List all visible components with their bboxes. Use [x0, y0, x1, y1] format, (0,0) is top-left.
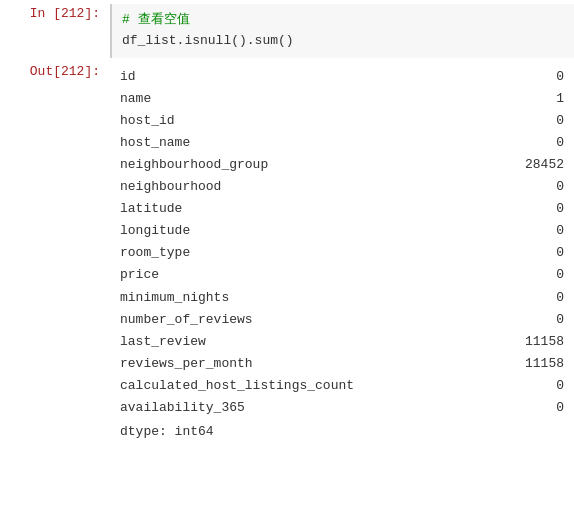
dtype-line: dtype: int64: [120, 421, 564, 443]
output-cell-row: Out[212]: id0name1host_id0host_name0neig…: [0, 62, 574, 448]
output-value: 0: [504, 264, 564, 286]
table-row: neighbourhood0: [120, 176, 564, 198]
input-cell-row: In [212]: # 查看空值 df_list.isnull().sum(): [0, 0, 574, 62]
output-label: Out[212]:: [0, 62, 110, 82]
table-row: host_name0: [120, 132, 564, 154]
table-row: price0: [120, 264, 564, 286]
output-key: host_id: [120, 110, 175, 132]
output-key: latitude: [120, 198, 182, 220]
code-line: df_list.isnull().sum(): [122, 31, 564, 52]
output-value: 11158: [504, 331, 564, 353]
table-row: neighbourhood_group28452: [120, 154, 564, 176]
output-value: 0: [504, 242, 564, 264]
output-key: id: [120, 66, 136, 88]
output-value: 11158: [504, 353, 564, 375]
output-area: id0name1host_id0host_name0neighbourhood_…: [110, 62, 574, 448]
table-row: reviews_per_month11158: [120, 353, 564, 375]
input-code-block[interactable]: # 查看空值 df_list.isnull().sum(): [110, 4, 574, 58]
output-value: 0: [504, 66, 564, 88]
output-key: name: [120, 88, 151, 110]
output-key: last_review: [120, 331, 206, 353]
output-key: number_of_reviews: [120, 309, 253, 331]
output-value: 28452: [504, 154, 564, 176]
output-key: reviews_per_month: [120, 353, 253, 375]
table-row: latitude0: [120, 198, 564, 220]
output-key: minimum_nights: [120, 287, 229, 309]
output-value: 0: [504, 287, 564, 309]
output-value: 1: [504, 88, 564, 110]
table-row: last_review11158: [120, 331, 564, 353]
output-value: 0: [504, 198, 564, 220]
notebook-cell: In [212]: # 查看空值 df_list.isnull().sum() …: [0, 0, 574, 447]
table-row: availability_3650: [120, 397, 564, 419]
output-key: longitude: [120, 220, 190, 242]
output-key: room_type: [120, 242, 190, 264]
output-value: 0: [504, 375, 564, 397]
output-value: 0: [504, 110, 564, 132]
output-key: neighbourhood_group: [120, 154, 268, 176]
output-value: 0: [504, 397, 564, 419]
table-row: room_type0: [120, 242, 564, 264]
output-value: 0: [504, 220, 564, 242]
output-value: 0: [504, 176, 564, 198]
table-row: id0: [120, 66, 564, 88]
output-key: host_name: [120, 132, 190, 154]
output-key: calculated_host_listings_count: [120, 375, 354, 397]
table-row: longitude0: [120, 220, 564, 242]
table-row: host_id0: [120, 110, 564, 132]
table-row: minimum_nights0: [120, 287, 564, 309]
output-key: price: [120, 264, 159, 286]
table-row: calculated_host_listings_count0: [120, 375, 564, 397]
output-key: neighbourhood: [120, 176, 221, 198]
output-key: availability_365: [120, 397, 245, 419]
comment-line: # 查看空值: [122, 10, 564, 31]
output-value: 0: [504, 132, 564, 154]
table-row: number_of_reviews0: [120, 309, 564, 331]
output-value: 0: [504, 309, 564, 331]
table-row: name1: [120, 88, 564, 110]
input-label: In [212]:: [0, 4, 110, 24]
